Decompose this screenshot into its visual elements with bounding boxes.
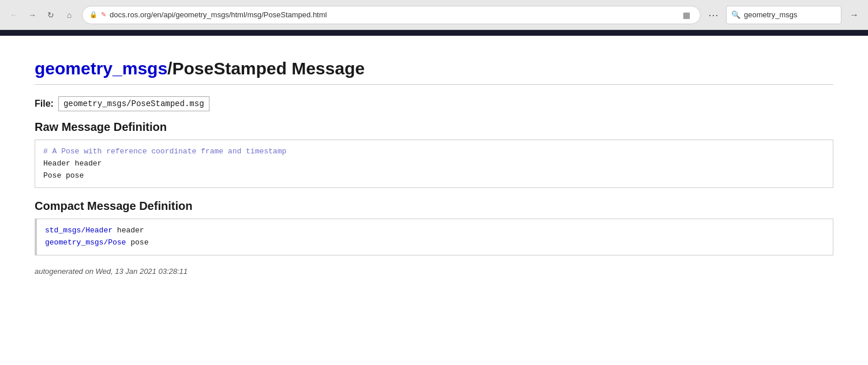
page-content: geometry_msgs/PoseStamped Message File: … — [0, 36, 868, 365]
search-input[interactable] — [744, 10, 841, 19]
std-msgs-header-link[interactable]: std_msgs/Header — [45, 226, 113, 235]
menu-button[interactable]: ⋯ — [705, 7, 721, 23]
raw-code-line2: Header header — [43, 159, 102, 168]
qr-button[interactable]: ▦ — [679, 8, 693, 22]
lock-icon: 🔒 — [89, 11, 98, 18]
page-title: geometry_msgs/PoseStamped Message — [35, 59, 833, 85]
url-input[interactable] — [110, 10, 676, 19]
forward-button[interactable]: → — [24, 7, 40, 23]
geometry-msgs-pose-link[interactable]: geometry_msgs/Pose — [45, 238, 126, 247]
file-section: File: geometry_msgs/PoseStamped.msg — [35, 96, 833, 111]
raw-message-heading: Raw Message Definition — [35, 121, 833, 134]
reload-button[interactable]: ↻ — [43, 7, 59, 23]
compact-line1: std_msgs/Header header — [45, 225, 825, 237]
nav-buttons: ← → ↻ ⌂ — [6, 7, 77, 23]
compact-line2: geometry_msgs/Pose pose — [45, 237, 825, 249]
search-icon: 🔍 — [731, 10, 740, 19]
file-label: File: — [35, 99, 54, 109]
top-bar — [0, 30, 868, 36]
raw-code-line3: Pose pose — [43, 171, 84, 180]
compact-line2-rest: pose — [126, 238, 148, 247]
home-button[interactable]: ⌂ — [61, 7, 77, 23]
raw-code-comment: # A Pose with reference coordinate frame… — [43, 147, 286, 156]
address-bar[interactable]: 🔒 ✎ ▦ — [82, 6, 701, 24]
back-button[interactable]: ← — [6, 7, 22, 23]
go-button[interactable]: → — [846, 7, 862, 23]
package-link[interactable]: geometry_msgs — [35, 59, 167, 78]
raw-code-block: # A Pose with reference coordinate frame… — [35, 140, 833, 188]
compact-message-heading: Compact Message Definition — [35, 200, 833, 213]
compact-code-block: std_msgs/Header header geometry_msgs/Pos… — [35, 219, 833, 255]
title-rest: /PoseStamped Message — [167, 59, 365, 78]
file-value: geometry_msgs/PoseStamped.msg — [58, 96, 209, 111]
search-bar[interactable]: 🔍 — [726, 6, 841, 24]
autogenerated-text: autogenerated on Wed, 13 Jan 2021 03:28:… — [35, 267, 833, 276]
edit-icon: ✎ — [101, 11, 106, 18]
browser-chrome: ← → ↻ ⌂ 🔒 ✎ ▦ ⋯ 🔍 → — [0, 0, 868, 30]
compact-line1-rest: header — [113, 226, 144, 235]
